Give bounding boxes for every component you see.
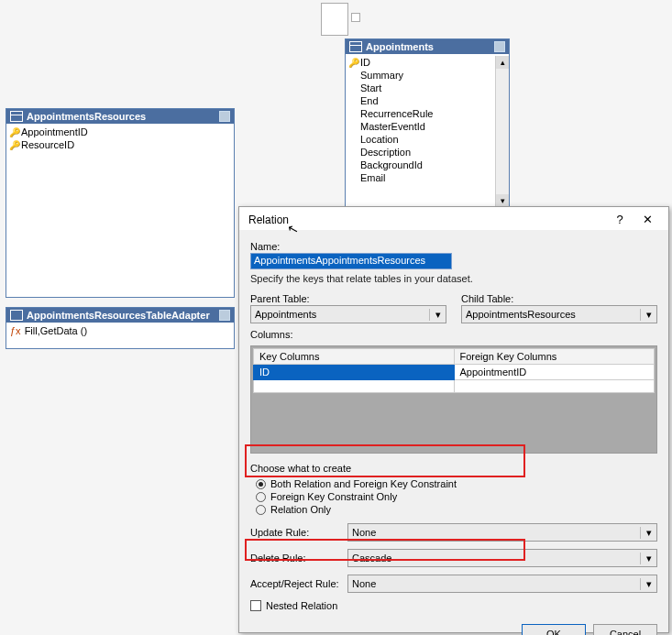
delete-rule-value: Cascade <box>348 553 640 564</box>
radio-both[interactable]: Both Relation and Foreign Key Constraint <box>250 477 657 490</box>
column-label: ResourceID <box>21 139 74 150</box>
table-column[interactable]: 🔑ResourceID <box>8 138 232 151</box>
table-title: Appointments <box>366 41 434 52</box>
columns-label: Columns: <box>250 329 657 340</box>
column-label: Description <box>360 147 411 158</box>
parent-table-label: Parent Table: <box>250 293 446 304</box>
table-title: AppointmentsResources <box>27 111 146 122</box>
dialog-titlebar[interactable]: Relation ? ✕ <box>239 207 668 230</box>
child-table-value: AppointmentsResources <box>462 309 640 320</box>
columns-grid[interactable]: Key Columns Foreign Key Columns ID Appoi… <box>250 345 657 454</box>
radio-fk-only[interactable]: Foreign Key Constraint Only <box>250 490 657 503</box>
table-column[interactable]: 🔑ID <box>347 56 494 69</box>
table-column[interactable]: Start <box>347 82 494 94</box>
cancel-button[interactable]: Cancel <box>593 624 657 635</box>
table-column[interactable]: RecurrenceRule <box>347 107 494 120</box>
table-column[interactable]: BackgroundId <box>347 159 494 171</box>
mini-shape-1 <box>321 3 348 36</box>
table-icon <box>10 111 23 122</box>
key-icon: 🔑 <box>347 58 360 68</box>
radio-label: Relation Only <box>270 504 331 515</box>
scroll-up-icon[interactable]: ▴ <box>496 56 509 69</box>
radio-label: Both Relation and Foreign Key Constraint <box>270 478 457 489</box>
accept-rule-combo[interactable]: None ▾ <box>347 575 657 593</box>
grid-header-row: Key Columns Foreign Key Columns <box>254 349 655 365</box>
help-button[interactable]: ? <box>606 213 633 226</box>
expand-icon[interactable] <box>219 310 230 321</box>
column-label: End <box>360 95 379 106</box>
table-header[interactable]: Appointments <box>346 39 509 54</box>
delete-rule-combo[interactable]: Cascade ▾ <box>347 549 657 567</box>
adapter-icon <box>10 310 23 321</box>
adapter-method[interactable]: Fill,GetData () <box>25 325 87 336</box>
close-button[interactable]: ✕ <box>633 213 661 226</box>
radio-icon <box>256 505 266 515</box>
delete-rule-label: Delete Rule: <box>250 553 342 564</box>
update-rule-label: Update Rule: <box>250 527 342 538</box>
checkbox-label: Nested Relation <box>266 600 337 611</box>
update-rule-value: None <box>348 527 640 538</box>
column-label: Email <box>360 172 386 183</box>
key-columns-header: Key Columns <box>259 351 319 362</box>
key-icon: 🔑 <box>8 127 21 137</box>
radio-label: Foreign Key Constraint Only <box>270 491 397 502</box>
child-table-label: Child Table: <box>461 293 657 304</box>
adapter-title: AppointmentsResourcesTableAdapter <box>27 310 210 321</box>
update-rule-combo[interactable]: None ▾ <box>347 523 657 542</box>
expand-icon[interactable] <box>219 111 230 122</box>
column-label: ID <box>360 57 370 68</box>
relation-dialog: Relation ? ✕ Name: AppointmentsAppointme… <box>238 206 669 633</box>
chevron-down-icon[interactable]: ▾ <box>429 309 446 321</box>
scrollbar[interactable]: ▴ ▾ <box>495 56 509 207</box>
column-label: AppointmentID <box>21 126 88 137</box>
table-columns: 🔑AppointmentID 🔑ResourceID <box>6 124 234 153</box>
fk-column-value: AppointmentID <box>460 367 527 378</box>
table-column[interactable]: Summary <box>347 69 494 82</box>
column-label: Summary <box>360 70 403 81</box>
accept-rule-label: Accept/Reject Rule: <box>250 578 342 589</box>
nested-relation-checkbox[interactable]: Nested Relation <box>250 600 657 611</box>
choose-group: Choose what to create Both Relation and … <box>250 463 657 516</box>
table-columns: 🔑ID Summary Start End RecurrenceRule Mas… <box>346 54 509 186</box>
radio-icon <box>256 492 266 502</box>
table-column[interactable]: 🔑AppointmentID <box>8 126 232 138</box>
expand-icon[interactable] <box>494 41 505 52</box>
table-column[interactable]: Description <box>347 146 494 159</box>
chevron-down-icon[interactable]: ▾ <box>640 578 656 590</box>
table-column[interactable]: Email <box>347 171 494 184</box>
column-label: BackgroundId <box>360 159 423 170</box>
ok-button[interactable]: OK <box>522 624 586 635</box>
grid-row-empty[interactable] <box>254 380 655 393</box>
relation-name-input[interactable]: AppointmentsAppointmentsResources <box>250 253 452 269</box>
radio-icon <box>256 479 266 489</box>
name-label: Name: <box>250 241 657 252</box>
parent-table-value: Appointments <box>251 309 429 320</box>
hint-text: Specify the keys that relate tables in y… <box>250 273 657 284</box>
table-column[interactable]: MasterEventId <box>347 120 494 133</box>
table-appointments[interactable]: Appointments 🔑ID Summary Start End Recur… <box>345 38 510 208</box>
scroll-down-icon[interactable]: ▾ <box>496 194 509 207</box>
key-icon: 🔑 <box>8 140 21 150</box>
table-header[interactable]: AppointmentsResources <box>6 109 234 124</box>
adapter-header[interactable]: AppointmentsResourcesTableAdapter <box>6 308 234 323</box>
fk-columns-header: Foreign Key Columns <box>460 351 557 362</box>
column-label: Start <box>360 82 381 93</box>
chevron-down-icon[interactable]: ▾ <box>640 553 656 564</box>
table-adapter[interactable]: AppointmentsResourcesTableAdapter ƒx Fil… <box>6 307 235 349</box>
table-icon <box>349 41 362 52</box>
relation-name-value: AppointmentsAppointmentsResources <box>254 255 425 266</box>
child-table-combo[interactable]: AppointmentsResources ▾ <box>461 305 657 323</box>
column-label: RecurrenceRule <box>360 108 433 119</box>
column-label: Location <box>360 134 399 145</box>
column-label: MasterEventId <box>360 121 425 132</box>
dialog-title: Relation <box>248 213 289 226</box>
chevron-down-icon[interactable]: ▾ <box>640 527 656 539</box>
grid-row-selected[interactable]: ID AppointmentID <box>254 365 655 380</box>
table-column[interactable]: End <box>347 94 494 107</box>
parent-table-combo[interactable]: Appointments ▾ <box>250 305 446 323</box>
table-column[interactable]: Location <box>347 133 494 146</box>
chevron-down-icon[interactable]: ▾ <box>640 309 656 321</box>
table-appointmentsresources[interactable]: AppointmentsResources 🔑AppointmentID 🔑Re… <box>6 108 235 298</box>
radio-relation-only[interactable]: Relation Only <box>250 503 657 516</box>
accept-rule-value: None <box>348 578 640 589</box>
